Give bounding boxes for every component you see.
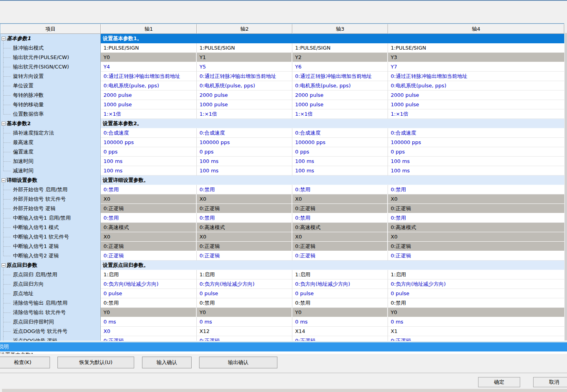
param-value-cell-axis3[interactable]: 0:正逻辑 [292, 242, 388, 251]
param-value-cell-axis4[interactable]: 100 ms [388, 157, 564, 166]
tree-param-item[interactable]: 输出软元件(PULSE/CW) [0, 53, 101, 62]
param-value-cell-axis2[interactable]: Y5 [197, 62, 292, 72]
param-value-cell-axis1[interactable]: 0:电机系统(pulse, pps) [101, 81, 197, 91]
input-confirm-button[interactable]: 输入确认 [142, 357, 192, 368]
param-value-cell-axis2[interactable]: 100 ms [197, 157, 292, 166]
param-value-cell-axis3[interactable]: 100 ms [292, 157, 388, 166]
param-value-cell-axis4[interactable]: 0:正逻辑 [388, 242, 564, 251]
param-value-cell-axis2[interactable]: 0 pps [197, 147, 292, 157]
param-value-cell-axis4[interactable]: X1 [388, 327, 564, 336]
restore-default-button[interactable]: 恢复为默认(U) [57, 357, 134, 368]
param-value-cell-axis1[interactable]: 100000 pps [101, 138, 197, 147]
param-value-cell-axis4[interactable]: 1:启用 [388, 270, 564, 279]
tree-param-item[interactable]: 原点回归方向 [0, 279, 101, 289]
param-value-cell-axis1[interactable]: Y0 [101, 308, 197, 317]
ok-button[interactable]: 确定 [478, 377, 520, 387]
param-value-cell-axis3[interactable]: 0:禁用 [292, 185, 388, 194]
tree-param-item[interactable]: 原点回归停留时间 [0, 317, 101, 327]
collapse-toggle-icon[interactable]: − [2, 178, 6, 182]
param-value-cell-axis1[interactable]: 0:禁用 [101, 185, 197, 194]
param-value-cell-axis2[interactable]: 0:电机系统(pulse, pps) [197, 81, 292, 91]
param-value-cell-axis1[interactable]: X0 [101, 232, 197, 242]
param-value-cell-axis3[interactable]: 1:启用 [292, 270, 388, 279]
tree-param-item[interactable]: 位置数据倍率 [0, 109, 101, 119]
tree-param-item[interactable]: 中断输入信号1 软元件号 [0, 232, 101, 242]
param-value-cell-axis1[interactable]: 0 pulse [101, 289, 197, 298]
param-value-cell-axis3[interactable]: 0:高速模式 [292, 223, 388, 232]
tree-param-item[interactable]: 近点DOG信号 软元件号 [0, 327, 101, 336]
param-value-cell-axis2[interactable]: 0:通过正转脉冲输出增加当前地址 [197, 72, 292, 81]
param-value-cell-axis3[interactable]: 1:PULSE/SIGN [292, 43, 388, 53]
param-value-cell-axis3[interactable]: Y2 [292, 53, 388, 62]
param-value-cell-axis1[interactable]: 0 ms [101, 317, 197, 327]
param-value-cell-axis3[interactable]: 0:合成速度 [292, 128, 388, 138]
param-value-cell-axis2[interactable]: 0:正逻辑 [197, 204, 292, 213]
param-value-cell-axis1[interactable]: 0:负方向(地址减少方向) [101, 279, 197, 289]
param-value-cell-axis2[interactable]: 1000 pulse [197, 100, 292, 109]
param-value-cell-axis1[interactable]: 0 pps [101, 147, 197, 157]
tree-param-item[interactable]: 每转的移动量 [0, 100, 101, 109]
param-value-cell-axis3[interactable]: 0:通过正转脉冲输出增加当前地址 [292, 72, 388, 81]
param-value-cell-axis3[interactable]: X0 [292, 194, 388, 204]
param-value-cell-axis3[interactable]: X0 [292, 232, 388, 242]
tree-param-item[interactable]: 插补速度指定方法 [0, 128, 101, 138]
tree-param-item[interactable]: 清除信号输出 软元件号 [0, 308, 101, 317]
tree-param-item[interactable]: 中断输入信号1 启用/禁用 [0, 213, 101, 223]
param-value-cell-axis4[interactable]: 0 pulse [388, 289, 564, 298]
tree-section-item[interactable]: −原点回归参数 [0, 261, 101, 270]
param-value-cell-axis3[interactable]: 100000 pps [292, 138, 388, 147]
param-value-cell-axis3[interactable]: 0 pulse [292, 289, 388, 298]
param-value-cell-axis2[interactable]: 0:高速模式 [197, 223, 292, 232]
param-value-cell-axis4[interactable]: 0 pps [388, 147, 564, 157]
tree-param-item[interactable]: 最高速度 [0, 138, 101, 147]
param-value-cell-axis4[interactable]: 0:高速模式 [388, 223, 564, 232]
param-value-cell-axis2[interactable]: 0:正逻辑 [197, 251, 292, 261]
tree-param-item[interactable]: 原点地址 [0, 289, 101, 298]
param-value-cell-axis2[interactable]: X12 [197, 327, 292, 336]
param-value-cell-axis4[interactable]: X0 [388, 232, 564, 242]
param-value-cell-axis1[interactable]: 2000 pulse [101, 91, 197, 100]
param-value-cell-axis2[interactable]: 0:正逻辑 [197, 242, 292, 251]
param-value-cell-axis4[interactable]: Y7 [388, 62, 564, 72]
param-value-cell-axis1[interactable]: 100 ms [101, 157, 197, 166]
param-value-cell-axis4[interactable]: Y3 [388, 53, 564, 62]
param-value-cell-axis1[interactable]: 1000 pulse [101, 100, 197, 109]
param-value-cell-axis4[interactable]: 100 ms [388, 166, 564, 176]
param-value-cell-axis2[interactable]: 0:合成速度 [197, 128, 292, 138]
collapse-toggle-icon[interactable]: − [2, 122, 6, 126]
collapse-toggle-icon[interactable]: − [2, 263, 6, 267]
param-value-cell-axis4[interactable]: 0:负方向(地址减少方向) [388, 279, 564, 289]
selected-section-description-cell[interactable]: 设置基本参数1。 [101, 34, 564, 43]
param-value-cell-axis2[interactable]: 0:负方向(地址减少方向) [197, 279, 292, 289]
param-value-cell-axis2[interactable]: 0 ms [197, 317, 292, 327]
param-value-cell-axis3[interactable]: Y0 [292, 308, 388, 317]
param-value-cell-axis1[interactable]: 0:禁用 [101, 213, 197, 223]
cancel-button[interactable]: 取消 [533, 377, 567, 387]
tree-param-item[interactable]: 外部开始信号 逻辑 [0, 204, 101, 213]
param-value-cell-axis4[interactable]: 0:禁用 [388, 213, 564, 223]
param-value-cell-axis1[interactable]: 0:正逻辑 [101, 204, 197, 213]
param-value-cell-axis1[interactable]: 0:正逻辑 [101, 251, 197, 261]
tree-param-item[interactable]: 清除信号输出 启用/禁用 [0, 298, 101, 308]
param-value-cell-axis2[interactable]: 1:×1倍 [197, 109, 292, 119]
param-value-cell-axis4[interactable]: 0:合成速度 [388, 128, 564, 138]
param-value-cell-axis3[interactable]: 0 pps [292, 147, 388, 157]
output-confirm-button[interactable]: 输出确认 [199, 357, 277, 368]
tree-param-item[interactable]: 旋转方向设置 [0, 72, 101, 81]
param-value-cell-axis1[interactable]: 0:正逻辑 [101, 242, 197, 251]
param-value-cell-axis2[interactable]: 0:禁用 [197, 185, 292, 194]
tree-param-item[interactable]: 外部开始信号 软元件号 [0, 194, 101, 204]
param-value-cell-axis4[interactable]: 1000 pulse [388, 100, 564, 109]
param-value-cell-axis3[interactable]: Y6 [292, 62, 388, 72]
param-value-cell-axis1[interactable]: 0:禁用 [101, 298, 197, 308]
param-value-cell-axis2[interactable]: Y1 [197, 53, 292, 62]
param-value-cell-axis3[interactable]: 2000 pulse [292, 91, 388, 100]
param-value-cell-axis2[interactable]: 100000 pps [197, 138, 292, 147]
param-value-cell-axis1[interactable]: X0 [101, 194, 197, 204]
param-value-cell-axis1[interactable]: Y4 [101, 62, 197, 72]
param-value-cell-axis2[interactable]: 0 pulse [197, 289, 292, 298]
param-value-cell-axis4[interactable]: 100000 pps [388, 138, 564, 147]
tree-param-item[interactable]: 单位设置 [0, 81, 101, 91]
param-value-cell-axis2[interactable]: X0 [197, 194, 292, 204]
param-value-cell-axis3[interactable]: 0 ms [292, 317, 388, 327]
